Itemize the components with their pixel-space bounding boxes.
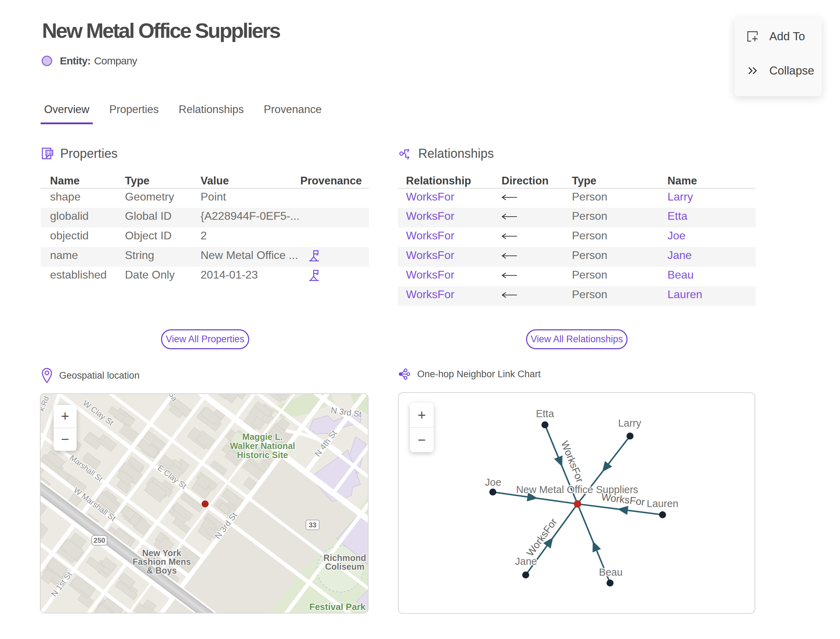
svg-text:Etta: Etta	[536, 408, 554, 419]
svg-text:WorksFor: WorksFor	[559, 439, 586, 484]
svg-text:Richmond: Richmond	[323, 553, 366, 563]
svg-text:Coliseum: Coliseum	[325, 562, 365, 571]
svg-text:Lauren: Lauren	[647, 498, 678, 509]
svg-text:Larry: Larry	[618, 418, 641, 429]
svg-text:Historic Site: Historic Site	[237, 450, 288, 460]
svg-text:New York: New York	[142, 548, 181, 558]
svg-text:WorksFor: WorksFor	[601, 491, 645, 508]
svg-text:& Boys: & Boys	[146, 566, 177, 575]
svg-text:Walker National: Walker National	[230, 441, 295, 451]
svg-text:Fashion Mens: Fashion Mens	[133, 557, 191, 567]
svg-text:Maggie L.: Maggie L.	[242, 432, 282, 442]
svg-text:33: 33	[309, 521, 317, 529]
svg-text:Festival Park: Festival Park	[309, 602, 366, 612]
svg-text:250: 250	[94, 536, 105, 544]
svg-text:Beau: Beau	[599, 567, 623, 578]
svg-text:Joe: Joe	[485, 477, 501, 488]
